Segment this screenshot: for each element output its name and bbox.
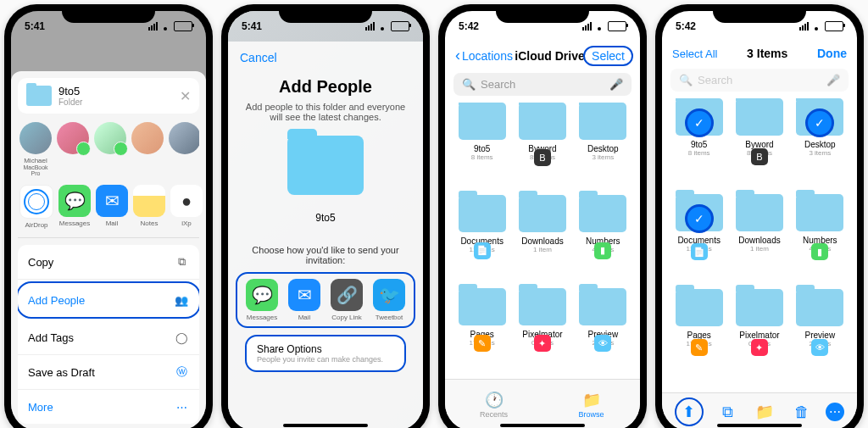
folder-icon — [736, 194, 783, 231]
folder-title: 9to5 — [58, 85, 173, 97]
share-sheet: 9to5Folder ✕ MichaelMacBook Pro AirDrop … — [11, 71, 206, 428]
folder-icon — [519, 288, 566, 325]
folder-icon — [459, 103, 506, 140]
airdrop-person[interactable]: MichaelMacBook Pro — [19, 122, 52, 176]
folder-item-count: 8 items — [688, 149, 710, 157]
action-save-draft[interactable]: Save as Draftⓦ — [18, 355, 199, 390]
app-more[interactable]: ●iXp — [170, 185, 203, 229]
nav-bar: Select All 3 Items Done — [662, 42, 857, 65]
tab-recents[interactable]: 🕐Recents — [445, 380, 542, 428]
app-airdrop[interactable]: AirDrop — [19, 185, 53, 229]
select-button[interactable]: Select — [583, 46, 633, 66]
folder-icon — [579, 288, 626, 325]
copy-icon: ⧉ — [174, 254, 189, 270]
nav-bar: ‹Locations iCloud Drive Select — [445, 42, 640, 69]
folder-icon — [579, 195, 626, 232]
folder-name: Downloads — [521, 236, 563, 246]
folder-item-count: 3 items — [592, 153, 614, 161]
folder-name: 9to5 — [315, 212, 335, 224]
action-copy[interactable]: Copy⧉ — [18, 245, 199, 280]
folder-item-count: 3 items — [809, 149, 831, 157]
invitation-apps: 💬Messages ✉Mail 🔗Copy Link 🐦Tweetbot — [236, 272, 415, 328]
action-list: Copy⧉ Add People👥 Add Tags◯ Save as Draf… — [18, 245, 199, 424]
action-add-people[interactable]: Add People👥 — [18, 281, 199, 319]
search-icon: 🔍 — [462, 78, 476, 91]
page-title: 3 Items — [747, 47, 787, 60]
invite-copy-link[interactable]: 🔗Copy Link — [329, 279, 364, 321]
folder-item[interactable]: ✓Desktop3 items — [792, 98, 849, 187]
folder-item[interactable]: 📄✓Documents11 items — [670, 194, 727, 283]
invite-messages[interactable]: 💬Messages — [244, 279, 280, 321]
phone-1: 5:41 9to5Folder ✕ MichaelMacBook Pro Air… — [4, 4, 213, 428]
mic-icon[interactable]: 🎤 — [609, 78, 623, 91]
back-button[interactable]: ‹Locations — [455, 47, 513, 64]
folder-icon — [796, 289, 843, 326]
folder-item[interactable]: ✦Pixelmator0 items — [514, 288, 570, 374]
action-more[interactable]: More⋯ — [18, 390, 199, 424]
app-messages[interactable]: 💬Messages — [58, 185, 91, 229]
share-button[interactable]: ⬆ — [675, 397, 704, 426]
folder-icon — [796, 194, 843, 231]
invitation-prompt: Choose how you'd like to send your invit… — [245, 245, 406, 265]
folder-grid: 9to58 itemsBByword85 itemsDesktop3 items… — [445, 103, 640, 374]
app-notes[interactable]: Notes — [133, 185, 165, 229]
folder-item-count: 1 item — [750, 245, 769, 253]
airdrop-people: MichaelMacBook Pro — [18, 122, 199, 185]
select-all-button[interactable]: Select All — [672, 47, 717, 60]
app-mail[interactable]: ✉Mail — [96, 185, 128, 229]
add-people-modal: Cancel Add People Add people to this fol… — [228, 42, 423, 428]
action-add-tags[interactable]: Add Tags◯ — [18, 320, 199, 355]
folder-icon — [736, 98, 783, 136]
folder-icon — [519, 195, 566, 232]
move-button[interactable]: 📁 — [752, 403, 777, 421]
folder-name: Downloads — [738, 236, 780, 245]
more-button[interactable]: ⋯ — [826, 403, 844, 421]
selected-check-icon: ✓ — [805, 108, 834, 137]
tab-browse[interactable]: 📁Browse — [542, 380, 640, 428]
folder-item-count: 8 items — [471, 153, 493, 161]
folder-name: Desktop — [804, 140, 836, 149]
folder-item[interactable]: ▮Numbers4 items — [792, 194, 849, 283]
phone-4: 5:42 Select All 3 Items Done 🔍Search🎤 ✓9… — [655, 4, 864, 428]
invite-tweetbot[interactable]: 🐦Tweetbot — [371, 279, 407, 321]
close-icon[interactable]: ✕ — [180, 88, 191, 104]
mic-icon[interactable]: 🎤 — [826, 74, 840, 86]
duplicate-button[interactable]: ⧉ — [715, 403, 740, 421]
cancel-button[interactable]: Cancel — [240, 51, 277, 64]
selected-check-icon: ✓ — [685, 108, 714, 137]
folder-item[interactable]: ✓9to58 items — [670, 98, 727, 187]
search-field[interactable]: 🔍Search🎤 — [453, 73, 632, 96]
folder-item[interactable]: 9to58 items — [453, 103, 510, 188]
folder-icon — [676, 289, 723, 326]
done-button[interactable]: Done — [817, 47, 847, 60]
selected-check-icon: ✓ — [685, 204, 714, 233]
folder-icon — [26, 86, 52, 106]
folder-item[interactable]: ✎Pages17 items — [453, 288, 510, 374]
invite-mail[interactable]: ✉Mail — [287, 279, 322, 321]
folder-item[interactable]: ✦Pixelmator0 items — [731, 289, 787, 378]
folder-name: Desktop — [587, 144, 619, 153]
wordpress-icon: ⓦ — [174, 364, 189, 380]
folder-item[interactable]: BByword85 items — [514, 103, 570, 188]
folder-item[interactable]: Desktop3 items — [575, 103, 632, 188]
modal-title: Add People — [279, 77, 372, 97]
folder-name: 9to5 — [474, 144, 490, 153]
tab-bar: 🕐Recents 📁Browse — [445, 379, 640, 428]
folder-item[interactable]: Downloads1 item — [731, 194, 787, 283]
folder-item[interactable]: 📄Documents11 items — [453, 195, 510, 281]
share-options-row[interactable]: Share Options People you invite can make… — [245, 335, 406, 372]
sheet-header: 9to5Folder ✕ — [18, 78, 199, 114]
folder-item[interactable]: Downloads1 item — [514, 195, 570, 281]
delete-button[interactable]: 🗑 — [789, 403, 815, 421]
folder-item[interactable]: 👁Preview2 items — [575, 288, 632, 374]
search-field[interactable]: 🔍Search🎤 — [670, 69, 849, 92]
folder-item[interactable]: 👁Preview2 items — [792, 289, 849, 378]
folder-item[interactable]: ▮Numbers4 items — [575, 195, 632, 281]
search-icon: 🔍 — [679, 74, 693, 86]
folder-item[interactable]: ✎Pages17 items — [670, 289, 727, 378]
folder-item[interactable]: BByword85 items — [731, 98, 787, 187]
folder-icon: 📁 — [582, 392, 601, 409]
modal-subtitle: Add people to this folder and everyone w… — [245, 102, 406, 122]
folder-icon — [459, 288, 506, 325]
folder-icon — [579, 103, 626, 140]
